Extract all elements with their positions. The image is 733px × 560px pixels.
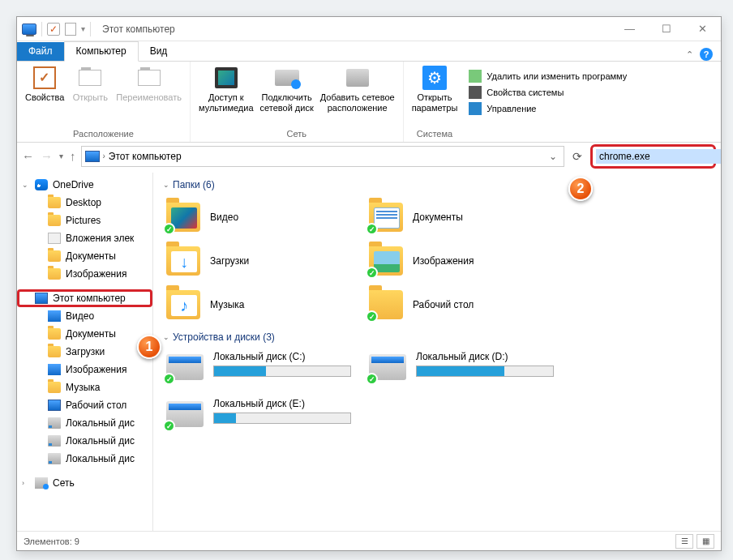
search-input[interactable] bbox=[596, 149, 722, 164]
maximize-button[interactable]: ☐ bbox=[648, 17, 684, 41]
tree-images[interactable]: Изображения bbox=[17, 265, 152, 283]
drive-e[interactable]: ✓ Локальный диск (E:) bbox=[163, 395, 366, 442]
refresh-button[interactable]: ⟳ bbox=[569, 150, 585, 163]
tree-drive-d[interactable]: Локальный дис bbox=[17, 432, 152, 450]
drive-d[interactable]: ✓ Локальный диск (D:) bbox=[366, 348, 568, 395]
recent-locations-dropdown[interactable]: ▾ bbox=[59, 152, 63, 160]
chevron-down-icon: ⌄ bbox=[163, 333, 169, 341]
tree-expand-icon[interactable]: › bbox=[22, 479, 24, 487]
ribbon-map-drive-button[interactable]: Подключить сетевой диск bbox=[260, 65, 314, 113]
settings-icon: ⚙ bbox=[422, 66, 447, 90]
group-drives-label: Устройства и диски (3) bbox=[173, 331, 275, 343]
ribbon-manage-label: Управление bbox=[487, 104, 536, 113]
annotation-badge-1: 1 bbox=[137, 335, 161, 359]
tree-attachments[interactable]: Вложения элек bbox=[17, 229, 152, 247]
drive-d-label: Локальный диск (D:) bbox=[416, 351, 565, 362]
this-pc-icon bbox=[22, 24, 36, 35]
sync-icon: ✓ bbox=[163, 373, 175, 385]
ribbon-rename-label: Переименовать bbox=[116, 92, 182, 103]
tree-pictures-label: Pictures bbox=[66, 215, 101, 226]
manage-icon bbox=[469, 102, 482, 115]
tree-music[interactable]: Музыка bbox=[17, 378, 152, 396]
tree-pictures[interactable]: Pictures bbox=[17, 212, 152, 229]
folder-downloads[interactable]: Загрузки bbox=[163, 239, 366, 283]
qat-new-document-icon[interactable] bbox=[65, 23, 76, 36]
tree-expand-icon[interactable]: ⌄ bbox=[22, 181, 28, 189]
tree-desktop2[interactable]: Рабочий стол bbox=[17, 396, 152, 414]
help-icon[interactable]: ? bbox=[700, 48, 713, 61]
add-network-icon bbox=[346, 69, 369, 87]
qat-dropdown-icon[interactable]: ▾ bbox=[81, 24, 85, 33]
tree-videos[interactable]: Видео bbox=[17, 307, 152, 325]
ribbon-open-button: Открыть bbox=[71, 65, 109, 103]
folder-documents[interactable]: ✓ Документы bbox=[366, 195, 568, 239]
tree-network[interactable]: ›Сеть bbox=[17, 474, 152, 492]
tree-this-pc[interactable]: Этот компьютер bbox=[17, 289, 152, 307]
onedrive-icon bbox=[35, 179, 48, 190]
tree-drive-c[interactable]: Локальный дис bbox=[17, 414, 152, 432]
tab-computer[interactable]: Компьютер bbox=[64, 41, 139, 62]
drive-c-label: Локальный диск (C:) bbox=[213, 351, 362, 362]
folder-icon bbox=[48, 250, 61, 262]
sync-icon: ✓ bbox=[366, 310, 378, 323]
sync-icon: ✓ bbox=[366, 267, 378, 279]
folder-images[interactable]: ✓ Изображения bbox=[366, 239, 568, 283]
group-drives-header[interactable]: ⌄ Устройства и диски (3) bbox=[163, 331, 711, 343]
ribbon-add-network-label: Добавить сетевое расположение bbox=[320, 92, 395, 113]
tree-documents2[interactable]: Документы bbox=[17, 325, 152, 343]
ribbon-collapse-icon[interactable]: ⌃ bbox=[686, 49, 693, 60]
tree-drive-e[interactable]: Локальный дис bbox=[17, 450, 152, 468]
breadcrumb-dropdown-icon[interactable]: ⌄ bbox=[549, 151, 560, 162]
video-folder-icon bbox=[171, 207, 197, 229]
tree-this-pc-label: Этот компьютер bbox=[53, 293, 126, 304]
ribbon-uninstall-button[interactable]: Удалить или изменить программу bbox=[469, 70, 627, 83]
back-button[interactable]: ← bbox=[22, 149, 34, 163]
ribbon-manage-button[interactable]: Управление bbox=[469, 102, 627, 115]
minimize-button[interactable]: — bbox=[611, 17, 648, 41]
sync-icon: ✓ bbox=[366, 223, 378, 235]
search-box[interactable]: 🔍 bbox=[590, 144, 716, 169]
separator bbox=[41, 22, 42, 36]
view-tiles-button[interactable]: ▦ bbox=[697, 534, 714, 549]
folder-videos-label: Видео bbox=[210, 212, 238, 223]
tree-onedrive[interactable]: ⌄OneDrive bbox=[17, 176, 152, 194]
music-folder-icon bbox=[171, 295, 197, 316]
drive-c[interactable]: ✓ Локальный диск (C:) bbox=[163, 348, 366, 395]
ribbon-open-settings-button[interactable]: ⚙ Открыть параметры bbox=[412, 65, 458, 113]
tree-downloads[interactable]: Загрузки bbox=[17, 343, 152, 361]
ribbon-add-network-button[interactable]: Добавить сетевое расположение bbox=[320, 65, 395, 113]
downloads-folder-icon bbox=[171, 251, 197, 272]
system-properties-icon bbox=[469, 86, 482, 99]
explorer-window: ✓ ▾ Этот компьютер — ☐ ✕ Файл Компьютер … bbox=[16, 16, 722, 551]
tree-documents[interactable]: Документы bbox=[17, 247, 152, 265]
ribbon-group-location-label: Расположение bbox=[73, 127, 134, 140]
annotation-badge-2: 2 bbox=[568, 177, 593, 201]
ribbon-properties-button[interactable]: Свойства bbox=[25, 65, 64, 103]
folder-music[interactable]: Музыка bbox=[163, 283, 366, 327]
drive-icon: ✓ bbox=[166, 354, 204, 380]
folder-videos[interactable]: ✓ Видео bbox=[163, 195, 366, 239]
sync-icon: ✓ bbox=[163, 223, 175, 235]
folder-desktop[interactable]: ✓ Рабочий стол bbox=[366, 283, 568, 327]
breadcrumb-root[interactable]: Этот компьютер bbox=[109, 151, 182, 162]
ribbon-media-button[interactable]: Доступ к мультимедиа bbox=[199, 65, 254, 113]
close-button[interactable]: ✕ bbox=[684, 17, 721, 41]
folder-icon bbox=[48, 328, 61, 340]
network-drive-icon bbox=[275, 70, 299, 86]
tree-desktop-label: Desktop bbox=[66, 197, 101, 208]
qat-properties-icon[interactable]: ✓ bbox=[47, 23, 60, 36]
ribbon-rename-button: Переименовать bbox=[116, 65, 182, 103]
group-folders-header[interactable]: ⌄ Папки (6) bbox=[163, 179, 711, 190]
navigation-pane: ⌄OneDrive Desktop Pictures Вложения элек… bbox=[17, 173, 153, 531]
tree-images2[interactable]: Изображения bbox=[17, 361, 152, 378]
up-button[interactable]: ↑ bbox=[70, 149, 76, 163]
chevron-down-icon: ⌄ bbox=[163, 181, 169, 189]
view-details-button[interactable]: ☰ bbox=[675, 534, 693, 549]
ribbon-system-properties-button[interactable]: Свойства системы bbox=[469, 86, 627, 99]
tab-view[interactable]: Вид bbox=[139, 42, 179, 61]
address-bar[interactable]: › Этот компьютер ⌄ bbox=[81, 146, 565, 167]
tree-desktop[interactable]: Desktop bbox=[17, 194, 152, 212]
ribbon-properties-label: Свойства bbox=[25, 92, 64, 103]
tree-onedrive-label: OneDrive bbox=[53, 179, 94, 190]
tab-file[interactable]: Файл bbox=[17, 42, 64, 61]
